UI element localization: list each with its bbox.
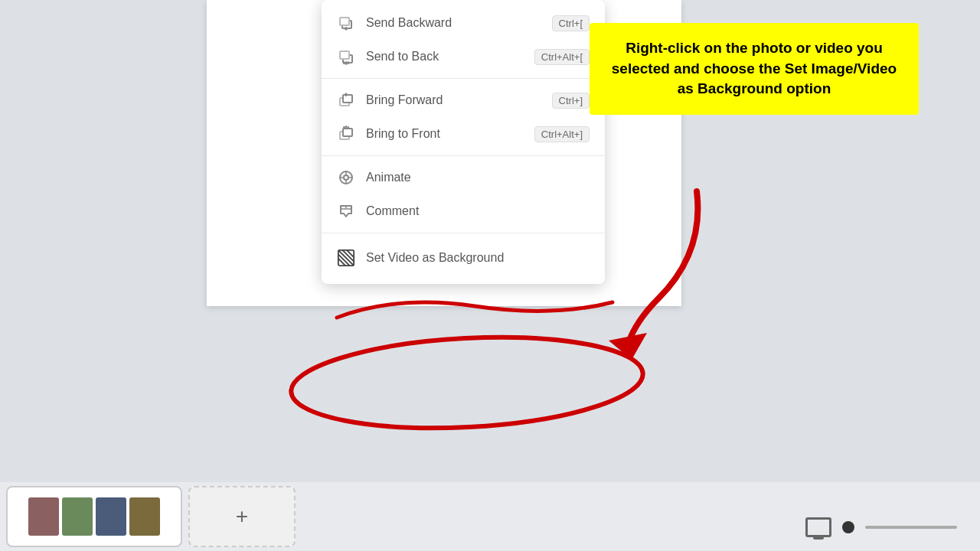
send-to-back-label: Send to Back [366,50,524,64]
thumb-4 [129,497,160,536]
menu-item-bring-to-front[interactable]: Bring to Front Ctrl+Alt+] [322,117,605,151]
set-bg-icon [337,249,355,267]
menu-divider-1 [322,78,605,79]
set-video-bg-label: Set Video as Background [366,251,590,265]
tooltip-text: Right-click on the photo or video you se… [606,38,902,99]
red-arrow [582,176,735,367]
bring-forward-shortcut: Ctrl+] [552,93,590,109]
svg-marker-17 [609,333,647,360]
bring-forward-label: Bring Forward [366,93,541,107]
menu-item-bring-forward[interactable]: Bring Forward Ctrl+] [322,83,605,117]
svg-line-12 [338,250,354,266]
bottom-bar: + [0,482,980,551]
add-slide-icon: + [236,504,248,529]
svg-rect-5 [343,95,352,103]
animate-icon [337,168,355,187]
add-slide-button[interactable]: + [188,486,296,547]
animate-label: Animate [366,171,590,184]
dot-indicator [842,521,854,533]
bring-forward-icon [337,91,355,109]
thumb-2 [62,497,93,536]
context-menu: Send Backward Ctrl+[ Send to Back Ctrl+A… [322,0,605,284]
bring-to-front-shortcut: Ctrl+Alt+] [534,126,590,142]
send-backward-shortcut: Ctrl+[ [552,15,590,31]
monitor-icon [805,517,831,537]
bottom-right-controls [805,517,957,537]
menu-item-comment[interactable]: Comment [322,194,605,228]
bring-to-front-icon [337,125,355,143]
svg-point-10 [345,207,347,208]
bring-to-front-label: Bring to Front [366,127,524,141]
zoom-slider[interactable] [865,526,957,529]
comment-icon [337,202,355,220]
tooltip-box: Right-click on the photo or video you se… [590,23,919,115]
filmstrip-item[interactable] [6,486,182,547]
send-to-back-icon [337,47,355,66]
svg-rect-7 [343,129,352,136]
thumb-3 [96,497,126,536]
svg-rect-1 [340,18,349,25]
svg-point-9 [344,175,348,180]
menu-item-set-video-bg[interactable]: Set Video as Background [322,238,605,278]
menu-item-send-to-back[interactable]: Send to Back Ctrl+Alt+[ [322,40,605,73]
send-backward-label: Send Backward [366,16,541,30]
send-to-back-shortcut: Ctrl+Alt+[ [534,49,590,65]
svg-rect-3 [340,51,349,59]
menu-divider-2 [322,155,605,156]
filmstrip-thumbnails [25,494,163,539]
comment-label: Comment [366,204,590,218]
menu-item-animate[interactable]: Animate [322,161,605,194]
thumb-1 [28,497,59,536]
menu-divider-3 [322,233,605,233]
send-backward-icon [337,14,355,32]
menu-item-send-backward[interactable]: Send Backward Ctrl+[ [322,6,605,40]
